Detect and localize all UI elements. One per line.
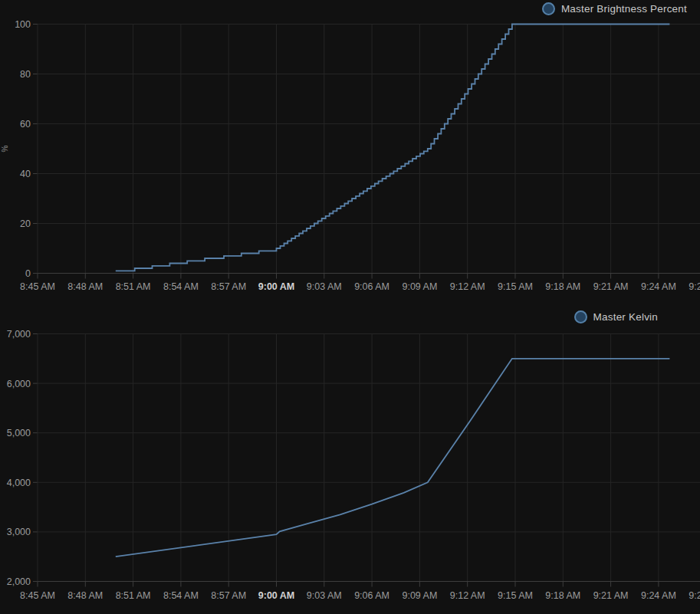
y-tick-label: 0 [25, 268, 31, 279]
x-tick-label: 8:45 AM [20, 590, 55, 601]
y-tick-label: 2,000 [7, 576, 31, 587]
legend-label: Master Kelvin [593, 311, 658, 323]
x-tick-label: 9:03 AM [307, 590, 342, 601]
y-tick-label: 4,000 [7, 478, 31, 488]
x-tick-label: 9:00 AM [258, 590, 294, 601]
brightness-plot-area[interactable]: 0204060801008:45 AM8:48 AM8:51 AM8:54 AM… [0, 0, 700, 299]
x-tick-label: 9:00 AM [258, 281, 294, 292]
x-tick-label: 8:48 AM [67, 590, 103, 601]
x-tick-label: 9:15 AM [498, 281, 533, 292]
y-tick-label: 3,000 [7, 527, 31, 537]
series-color-dot [542, 2, 555, 15]
x-tick-label: 8:54 AM [163, 590, 199, 601]
series-color-dot [574, 310, 587, 323]
x-tick-label: 9:06 AM [354, 281, 389, 292]
x-tick-label: 8:48 AM [67, 281, 103, 292]
x-tick-label: 9:27 AM [688, 281, 700, 292]
x-tick-label: 8:51 AM [116, 281, 151, 292]
y-tick-label: 5,000 [7, 428, 31, 438]
kelvin-legend-item[interactable]: Master Kelvin [574, 310, 658, 323]
x-tick-label: 9:18 AM [545, 590, 580, 601]
x-tick-label: 8:57 AM [211, 281, 246, 292]
x-tick-label: 9:09 AM [402, 281, 437, 292]
y-axis-title-percent: % [1, 143, 12, 154]
x-tick-label: 9:12 AM [450, 590, 485, 601]
brightness-legend-item[interactable]: Master Brightness Percent [542, 2, 687, 15]
x-tick-label: 8:45 AM [20, 281, 55, 292]
x-tick-label: 9:21 AM [593, 590, 629, 601]
x-tick-label: 9:27 AM [688, 590, 700, 601]
x-tick-label: 9:24 AM [641, 590, 676, 601]
kelvin-plot-area[interactable]: 2,0003,0004,0005,0006,0007,0008:45 AM8:4… [0, 299, 700, 614]
kelvin-chart: 2,0003,0004,0005,0006,0007,0008:45 AM8:4… [0, 299, 700, 614]
y-tick-label: 60 [20, 119, 31, 130]
y-tick-label: 80 [20, 69, 31, 80]
x-tick-label: 9:12 AM [450, 281, 485, 292]
series-line [116, 25, 670, 271]
x-tick-label: 9:09 AM [402, 590, 437, 601]
y-tick-label: 40 [20, 169, 31, 179]
y-tick-label: 7,000 [7, 329, 31, 340]
series-line [116, 359, 670, 557]
x-tick-label: 9:24 AM [641, 281, 676, 292]
y-tick-label: 20 [20, 218, 31, 229]
x-tick-label: 8:54 AM [163, 281, 199, 292]
x-tick-label: 8:51 AM [116, 590, 151, 601]
y-tick-label: 6,000 [7, 379, 31, 389]
x-tick-label: 9:21 AM [593, 281, 629, 292]
x-tick-label: 9:03 AM [307, 281, 342, 292]
history-graphs-page: { "colors": { "background": "#111111", "… [0, 0, 700, 614]
x-tick-label: 9:06 AM [354, 590, 389, 601]
brightness-chart: 0204060801008:45 AM8:48 AM8:51 AM8:54 AM… [0, 0, 700, 299]
x-tick-label: 9:18 AM [545, 281, 580, 292]
x-tick-label: 9:15 AM [498, 590, 533, 601]
x-tick-label: 8:57 AM [211, 590, 246, 601]
legend-label: Master Brightness Percent [561, 3, 687, 15]
y-tick-label: 100 [15, 19, 31, 30]
